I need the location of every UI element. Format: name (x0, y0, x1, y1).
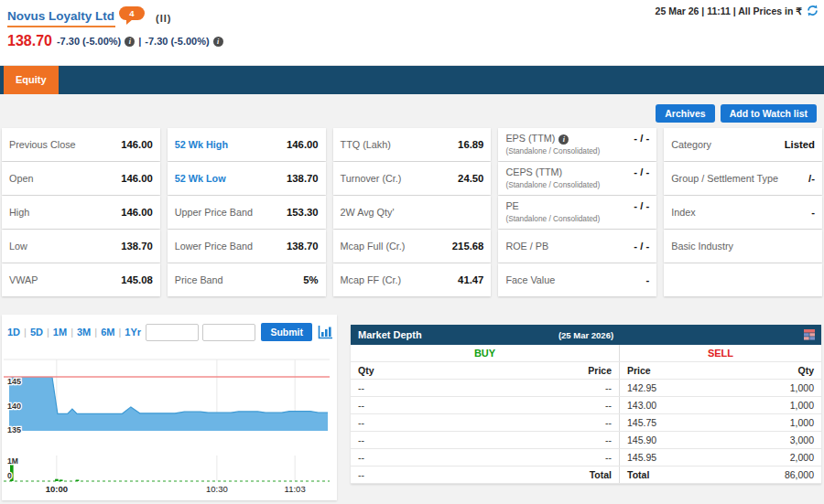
stat-mcap-full-cr: Mcap Full (Cr.)215.68 (333, 230, 492, 263)
page-header: Novus Loyalty Ltd 4 (II) 25 Mar 26 | 11:… (0, 0, 824, 66)
stat-label-text: TTQ (Lakh) (341, 139, 391, 150)
title-row: Novus Loyalty Ltd 4 (II) (7, 5, 171, 27)
range-5d[interactable]: 5D (30, 327, 43, 338)
buy-qty-header: Qty (358, 365, 374, 376)
stat-value-vwap: 145.08 (121, 274, 153, 285)
main-nav-bar: Equity (0, 66, 824, 94)
badge-count: 4 (129, 8, 134, 18)
sell-qty: 1,000 (790, 400, 814, 411)
info-icon[interactable]: i (558, 134, 569, 145)
buy-qty: -- (358, 452, 364, 463)
info-icon[interactable]: i (213, 37, 223, 47)
stats-column-5: CategoryListedGroup / Settlement Type/-I… (664, 128, 822, 296)
stat-value-mcap-ff-cr: 41.47 (458, 274, 483, 285)
stat-label-category: Category (671, 139, 711, 151)
stat-label-52-wk-high[interactable]: 52 Wk High (175, 139, 228, 151)
range-separator: | (94, 327, 97, 338)
chart-from-date-input[interactable] (146, 324, 199, 341)
add-to-watchlist-button[interactable]: Add to Watch list (721, 104, 817, 123)
chart-type-icon[interactable] (318, 325, 333, 339)
depth-sell-cells: 145.903,000 (620, 432, 821, 448)
info-icon[interactable]: i (125, 37, 135, 47)
company-name[interactable]: Novus Loyalty Ltd (7, 5, 115, 27)
tab-equity[interactable]: Equity (4, 66, 59, 94)
range-1m[interactable]: 1M (53, 327, 67, 338)
stat-label-eps-ttm: EPS (TTM)i(Standalone / Consolidated) (505, 133, 600, 157)
stat-label-text: 52 Wk Low (175, 173, 226, 184)
stat-turnover-cr: Turnover (Cr.)24.50 (333, 162, 492, 195)
range-separator: | (118, 327, 121, 338)
stat-lower-price-band: Lower Price Band138.70 (168, 230, 326, 263)
stat-52-wk-high: 52 Wk High146.00 (168, 128, 326, 161)
stat-label-text: Index (671, 207, 695, 218)
action-buttons: Archives Add to Watch list (656, 104, 817, 123)
stats-column-3: TTQ (Lakh)16.89Turnover (Cr.)24.502W Avg… (333, 128, 492, 296)
chart-to-date-input[interactable] (202, 324, 255, 341)
depth-sell-cells: 145.751,000 (620, 414, 821, 431)
stat-label-lower-price-band: Lower Price Band (175, 241, 253, 252)
buy-qty: -- (358, 400, 364, 411)
buy-qty: -- (358, 417, 364, 428)
stat-label-text: Mcap FF (Cr.) (341, 274, 402, 285)
stat-group-settlement-type: Group / Settlement Type/- (664, 162, 822, 195)
stats-grid: Previous Close146.00Open146.00High146.00… (2, 128, 822, 296)
buy-qty: -- (358, 434, 364, 445)
range-separator: | (47, 327, 49, 338)
stat-value-ceps-ttm: - / - (634, 166, 649, 177)
stat-category: CategoryListed (664, 128, 822, 161)
depth-row-3: ----145.751,000 (351, 414, 821, 432)
range-3m[interactable]: 3M (77, 327, 91, 338)
stat-label-text: Face Value (505, 274, 555, 285)
refresh-icon[interactable] (806, 4, 819, 17)
change-separator: | (138, 36, 141, 47)
stat-label-text: Upper Price Band (175, 207, 253, 218)
range-6m[interactable]: 6M (101, 327, 114, 338)
market-depth-date: (25 Mar 2026) (351, 330, 821, 340)
stat-label-text: Price Band (175, 274, 223, 285)
depth-buy-cells: ---- (351, 380, 620, 396)
stat-label-text: EPS (TTM) (505, 133, 555, 144)
stat-index: Index- (664, 196, 822, 229)
range-1d[interactable]: 1D (7, 327, 20, 338)
stat-label-text: Previous Close (9, 139, 76, 150)
stat-52-wk-low: 52 Wk Low138.70 (168, 162, 326, 195)
stats-column-4: EPS (TTM)i(Standalone / Consolidated)- /… (498, 128, 656, 296)
stat-value-52-wk-low: 138.70 (287, 173, 319, 184)
stat-label-mcap-ff-cr: Mcap FF (Cr.) (341, 274, 402, 286)
announcement-badge[interactable]: 4 (119, 6, 145, 20)
stat-label-ceps-ttm: CEPS (TTM)(Standalone / Consolidated) (505, 166, 600, 191)
stat-label-index: Index (671, 207, 695, 219)
range-1yr[interactable]: 1Yr (125, 327, 141, 338)
x-tick-10:00: 10:00 (46, 484, 68, 494)
depth-total-row: --TotalTotal86,000 (351, 466, 821, 484)
stat-label-turnover-cr: Turnover (Cr.) (341, 173, 402, 185)
time-range-selector: 1D|5D|1M|3M|6M|1Yr (7, 327, 141, 338)
sell-qty-total: 86,000 (785, 469, 814, 480)
stock-quote-page: Novus Loyalty Ltd 4 (II) 25 Mar 26 | 11:… (0, 0, 824, 504)
stat-label-text: CEPS (TTM) (505, 166, 562, 177)
stat-value-lower-price-band: 138.70 (287, 241, 319, 252)
sell-label: SELL (708, 348, 733, 359)
stat-label-previous-close: Previous Close (9, 139, 76, 151)
sell-price-header: Price (627, 365, 651, 376)
stat-empty (664, 263, 822, 296)
stat-value-upper-price-band: 153.30 (287, 207, 319, 218)
depth-sell-cells: 145.952,000 (620, 449, 821, 466)
y-tick-140: 140 (7, 402, 21, 411)
stat-label-text: Category (671, 139, 711, 150)
chart-submit-button[interactable]: Submit (261, 323, 312, 341)
price-change-secondary: -7.30 (-5.00%) (145, 36, 209, 47)
table-icon[interactable] (804, 329, 815, 340)
stat-value-previous-close: 146.00 (121, 139, 153, 150)
depth-row-4: ----145.903,000 (351, 432, 821, 449)
stat-label-52-wk-low[interactable]: 52 Wk Low (175, 173, 226, 185)
sell-qty: 1,000 (790, 417, 814, 428)
archives-button[interactable]: Archives (656, 104, 714, 123)
stat-previous-close: Previous Close146.00 (2, 128, 160, 161)
sell-price: 145.90 (627, 434, 656, 445)
last-traded-price: 138.70 (7, 33, 52, 49)
stat-eps-ttm: EPS (TTM)i(Standalone / Consolidated)- /… (498, 128, 656, 161)
stat-value-category: Listed (785, 139, 815, 150)
depth-buy-cells: ---- (351, 449, 620, 466)
stat-label-high: High (9, 207, 29, 219)
